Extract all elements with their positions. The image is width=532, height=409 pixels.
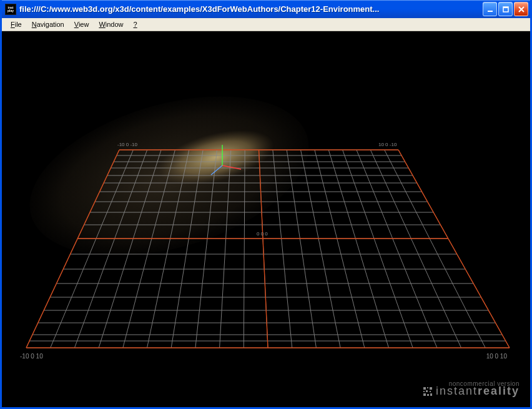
window-title: file:///C:/www.web3d.org/x3d/content/exa… (19, 4, 483, 14)
svg-line-21 (343, 150, 413, 348)
scene-svg (4, 32, 532, 407)
grid-label-br: 10 0 10 (486, 353, 507, 360)
close-icon (518, 6, 525, 12)
menu-view[interactable]: View (69, 19, 94, 29)
svg-rect-58 (423, 391, 425, 392)
svg-rect-2 (503, 7, 508, 8)
svg-line-48 (398, 150, 510, 348)
svg-line-24 (385, 150, 486, 348)
grid-label-center: 0 0 0 (257, 231, 268, 237)
svg-rect-57 (430, 387, 432, 390)
grid-label-tl: -10 0 -10 (117, 142, 137, 147)
svg-rect-61 (423, 393, 426, 396)
svg-line-23 (370, 150, 461, 348)
watermark-plain: instant (436, 385, 478, 397)
qr-icon (423, 387, 432, 396)
app-icon-line2: play (7, 9, 14, 12)
menubar: File Navigation View Window ? (2, 18, 530, 31)
svg-line-22 (357, 150, 437, 348)
svg-rect-60 (430, 391, 431, 392)
svg-rect-59 (426, 390, 428, 392)
titlebar[interactable]: inst play file:///C:/www.web3d.org/x3d/c… (2, 0, 530, 18)
app-window: inst play file:///C:/www.web3d.org/x3d/c… (0, 0, 532, 409)
svg-rect-63 (430, 393, 432, 396)
3d-viewport[interactable]: -10 0 10 10 0 10 -10 0 -10 10 0 -10 0 0 … (4, 32, 528, 405)
menu-help[interactable]: ? (129, 19, 142, 29)
svg-rect-56 (427, 387, 428, 388)
minimize-icon (487, 6, 493, 12)
maximize-icon (503, 6, 509, 12)
watermark: noncommercial version instantreality (423, 380, 520, 398)
app-icon: inst play (5, 4, 16, 15)
svg-rect-0 (488, 11, 493, 12)
menu-file[interactable]: File (6, 19, 27, 29)
close-button[interactable] (514, 2, 528, 16)
menu-window[interactable]: Window (94, 19, 128, 29)
maximize-button[interactable] (498, 2, 513, 16)
window-buttons (483, 2, 528, 16)
watermark-bold: reality (478, 385, 520, 397)
minimize-button[interactable] (483, 2, 497, 16)
svg-rect-55 (423, 387, 426, 390)
grid-label-tr: 10 0 -10 (378, 142, 397, 147)
watermark-brand: instantreality (423, 385, 520, 398)
svg-line-20 (328, 150, 388, 348)
svg-line-19 (315, 150, 365, 348)
grid-label-bl: -10 0 10 (20, 353, 43, 360)
svg-line-17 (287, 150, 316, 348)
menu-navigation[interactable]: Navigation (27, 19, 69, 29)
svg-line-18 (301, 150, 341, 348)
svg-rect-62 (427, 394, 429, 396)
